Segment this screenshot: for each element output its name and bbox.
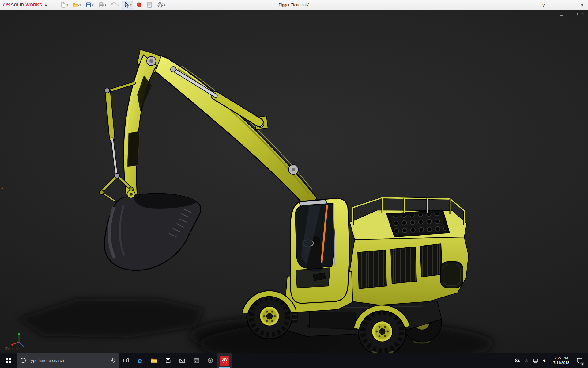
restore-icon	[574, 13, 578, 16]
feature-manager-collapse-tab[interactable]: ◂	[0, 182, 4, 194]
print-icon	[98, 2, 104, 8]
solidworks-logo[interactable]: DS SOLIDWORKS	[0, 0, 42, 10]
maximize-icon	[568, 4, 571, 6]
save-button[interactable]: ▾	[84, 1, 95, 9]
logo-solid-text: SOLID	[11, 2, 24, 7]
network-button[interactable]	[531, 353, 540, 368]
undo-icon	[111, 2, 117, 8]
stick-arm	[124, 49, 161, 195]
select-cursor-icon	[123, 2, 130, 8]
notification-count-badge: 2	[580, 362, 584, 366]
chevron-down-icon[interactable]: ▾	[105, 4, 106, 6]
minimize-icon	[555, 4, 558, 6]
drawing-sheet-button[interactable]	[145, 1, 154, 9]
bucket	[104, 190, 201, 270]
rear-wheel	[356, 308, 407, 353]
close-button[interactable]: ×	[579, 2, 585, 8]
people-icon	[514, 358, 520, 363]
excavator-model[interactable]	[0, 10, 588, 353]
drawing-sheet-icon	[146, 2, 153, 8]
task-view-icon	[123, 358, 129, 364]
mail-button[interactable]	[175, 353, 189, 368]
people-button[interactable]	[513, 353, 522, 368]
volume-icon	[542, 358, 548, 363]
chevron-down-icon[interactable]: ▾	[92, 4, 94, 6]
appearances-button[interactable]	[135, 1, 143, 9]
chevron-down-icon[interactable]: ▾	[67, 4, 68, 6]
system-tray: 2:27 PM 7/11/2018 2	[513, 353, 588, 368]
document-window-controls: ×	[552, 12, 584, 16]
sw-badge-text: SW	[221, 358, 227, 361]
window-title: Digger [Read-only]	[279, 3, 309, 7]
logo-works-text: WORKS	[25, 2, 42, 7]
clock-time: 2:27 PM	[549, 356, 573, 361]
select-button[interactable]: ▾	[122, 1, 133, 9]
microphone-icon[interactable]	[111, 358, 115, 363]
quick-access-toolbar: ▾ ▾ ▾ ▾	[59, 0, 167, 10]
new-document-icon	[60, 2, 66, 8]
open-folder-icon	[73, 2, 79, 8]
edge-button[interactable]: e	[133, 353, 147, 368]
restore-document-button[interactable]	[574, 12, 578, 16]
mail-icon	[179, 358, 185, 363]
options-button[interactable]: ▾	[156, 1, 167, 9]
action-center-button[interactable]: 2	[573, 353, 586, 368]
view-orientation-label: *Dimetric	[5, 347, 20, 351]
graphics-viewport[interactable]: × ◂	[0, 10, 588, 353]
chevron-down-icon[interactable]: ▾	[79, 4, 81, 6]
windows-logo-icon	[6, 358, 11, 363]
terminal-button[interactable]	[189, 353, 203, 368]
menu-expand-arrow[interactable]: ▸	[45, 3, 47, 7]
solidworks-2017-icon: SW 2017	[220, 356, 229, 366]
minimize-button[interactable]	[554, 2, 559, 8]
3d-app-icon	[207, 358, 213, 364]
minimize-document-button[interactable]	[567, 12, 570, 16]
open-button[interactable]: ▾	[71, 1, 82, 9]
help-button[interactable]: ?	[541, 2, 546, 8]
undo-button[interactable]: ▾	[110, 1, 120, 9]
network-icon	[533, 358, 538, 363]
ds-logo-icon: DS	[3, 2, 10, 8]
store-button[interactable]	[161, 353, 175, 368]
3d-app-button[interactable]	[203, 353, 217, 368]
appearances-icon	[136, 2, 142, 8]
chevron-down-icon[interactable]: ▾	[164, 4, 165, 6]
save-icon	[85, 2, 92, 8]
store-icon	[165, 358, 171, 364]
show-desktop-button[interactable]	[586, 353, 588, 368]
gear-icon	[157, 2, 163, 8]
cascade-icon	[552, 13, 556, 16]
print-button[interactable]: ▾	[97, 1, 107, 9]
chevron-down-icon[interactable]: ▾	[130, 4, 132, 6]
search-input[interactable]	[29, 358, 108, 363]
taskbar-clock[interactable]: 2:27 PM 7/11/2018	[549, 356, 573, 365]
cortana-icon[interactable]	[21, 358, 26, 363]
solidworks-2017-button[interactable]: SW 2017	[217, 353, 232, 368]
window-controls: ? ×	[541, 0, 585, 10]
minimize-icon	[567, 13, 570, 15]
new-window-button[interactable]	[560, 12, 563, 16]
maximize-button[interactable]	[567, 2, 572, 8]
terminal-icon	[193, 358, 199, 364]
boom-arm	[150, 55, 317, 205]
clock-date: 7/11/2018	[549, 361, 573, 365]
start-button[interactable]	[0, 353, 17, 368]
cascade-windows-button[interactable]	[552, 12, 556, 16]
hidden-icons-button[interactable]	[522, 353, 531, 368]
volume-button[interactable]	[540, 353, 549, 368]
chevron-down-icon[interactable]: ▾	[118, 4, 119, 6]
cab	[290, 198, 350, 303]
chevron-up-icon	[524, 358, 529, 363]
edge-icon: e	[138, 357, 142, 365]
close-document-button[interactable]: ×	[582, 12, 584, 16]
window-icon	[560, 13, 563, 16]
windows-taskbar: e SW 2	[0, 353, 588, 368]
title-bar: DS SOLIDWORKS ▸ ▾ ▾ ▾	[0, 0, 588, 10]
file-explorer-icon	[151, 358, 157, 364]
new-document-button[interactable]: ▾	[59, 1, 70, 9]
taskbar-search[interactable]	[17, 353, 119, 368]
file-explorer-button[interactable]	[147, 353, 161, 368]
task-view-button[interactable]	[119, 353, 133, 368]
sw-badge-year: 2017	[222, 362, 227, 364]
